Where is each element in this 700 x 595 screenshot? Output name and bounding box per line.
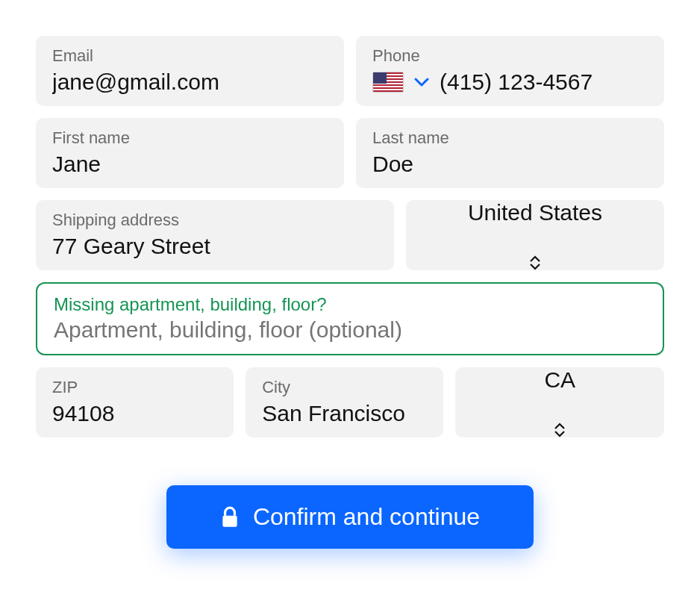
- zip-label: ZIP: [52, 378, 217, 397]
- us-flag-icon[interactable]: [372, 72, 404, 93]
- select-caret-icon: [528, 255, 542, 270]
- apartment-container[interactable]: Missing apartment, building, floor?: [36, 282, 664, 355]
- email-field-container[interactable]: Email: [36, 36, 344, 106]
- shipping-address-container[interactable]: Shipping address: [36, 200, 394, 270]
- apartment-field[interactable]: [54, 317, 646, 343]
- city-label: City: [262, 378, 427, 397]
- zip-container[interactable]: ZIP: [36, 367, 234, 437]
- confirm-row: Confirm and continue: [36, 485, 664, 549]
- chevron-down-icon[interactable]: [414, 77, 429, 87]
- row-contact: Email Phone: [36, 36, 664, 106]
- confirm-button-label: Confirm and continue: [253, 503, 480, 531]
- first-name-field[interactable]: [52, 151, 328, 178]
- svg-rect-0: [222, 515, 237, 526]
- first-name-label: First name: [52, 128, 328, 148]
- email-field[interactable]: [52, 69, 328, 96]
- row-name: First name Last name: [36, 118, 664, 188]
- city-field[interactable]: [262, 400, 427, 427]
- shipping-address-field[interactable]: [52, 233, 378, 260]
- zip-field[interactable]: [52, 400, 217, 427]
- phone-label: Phone: [372, 46, 648, 66]
- checkout-form: Email Phone First name Last name S: [36, 36, 664, 549]
- city-container[interactable]: City: [246, 367, 443, 437]
- phone-field-container[interactable]: Phone: [356, 36, 664, 106]
- phone-value-row: [372, 69, 648, 96]
- last-name-field[interactable]: [372, 151, 648, 178]
- lock-icon: [220, 506, 240, 529]
- row-location: ZIP City CA: [36, 367, 664, 437]
- shipping-address-label: Shipping address: [52, 211, 378, 230]
- country-select[interactable]: United States: [406, 200, 664, 270]
- last-name-label: Last name: [372, 128, 648, 148]
- last-name-container[interactable]: Last name: [356, 118, 664, 188]
- first-name-container[interactable]: First name: [36, 118, 344, 188]
- select-caret-icon: [553, 423, 566, 437]
- phone-field[interactable]: [440, 69, 648, 96]
- state-select[interactable]: CA: [455, 367, 664, 437]
- apartment-label: Missing apartment, building, floor?: [54, 294, 646, 315]
- confirm-button[interactable]: Confirm and continue: [166, 485, 534, 549]
- country-selected: United States: [468, 200, 602, 225]
- email-label: Email: [52, 46, 328, 66]
- row-address: Shipping address United States: [36, 200, 664, 270]
- state-selected: CA: [544, 367, 575, 393]
